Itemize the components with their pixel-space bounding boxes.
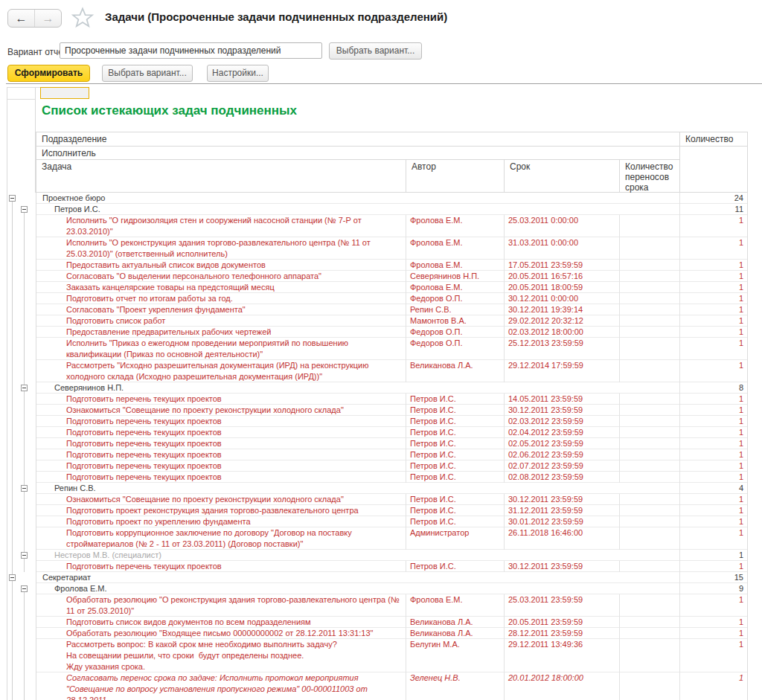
transfers-cell[interactable] — [619, 438, 679, 449]
author-cell[interactable]: Петров И.С. — [406, 449, 504, 460]
task-row[interactable]: Согласовать перенос срока по задаче: Исп… — [7, 672, 748, 700]
author-cell[interactable]: Петров И.С. — [406, 505, 504, 516]
collapse-expander-icon[interactable] — [9, 574, 16, 581]
task-row[interactable]: Подготовить перечень текущих проектов Пе… — [7, 460, 748, 472]
due-cell[interactable]: 20.05.2011 16:57:16 — [504, 271, 619, 282]
task-cell[interactable]: Ознакомиться "Совещание по проекту рекон… — [36, 405, 406, 416]
task-row[interactable]: Подготовить перечень текущих проектов Пе… — [7, 561, 748, 572]
task-cell[interactable]: Подготовить перечень текущих проектов — [36, 438, 406, 449]
due-cell[interactable]: 02.06.2012 23:59:59 — [504, 449, 619, 460]
due-cell[interactable]: 20.05.2011 23:59:59 — [504, 617, 619, 628]
due-cell[interactable]: 26.11.2018 16:46:00 — [504, 527, 619, 550]
task-row[interactable]: Подготовить список видов документов по в… — [7, 617, 748, 628]
task-cell[interactable]: Обработать резолюцию "Входящее письмо 00… — [36, 628, 406, 639]
author-cell[interactable]: Петров И.С. — [406, 516, 504, 527]
group-row[interactable]: Нестеров М.В. (специалист) 1 — [7, 550, 748, 561]
due-cell[interactable]: 20.05.2011 18:00:59 — [504, 282, 619, 293]
settings-button[interactable]: Настройки... — [207, 65, 269, 82]
author-cell[interactable]: Репин С.В. — [406, 304, 504, 315]
author-cell[interactable]: Петров И.С. — [406, 394, 504, 405]
transfers-cell[interactable] — [619, 327, 679, 338]
count-cell[interactable]: 1 — [679, 594, 748, 617]
transfers-cell[interactable] — [619, 405, 679, 416]
author-cell[interactable]: Фролова Е.М. — [406, 237, 504, 260]
count-cell[interactable]: 1 — [679, 315, 748, 327]
due-cell[interactable]: 31.03.2011 0:00:00 — [504, 237, 619, 260]
count-cell[interactable]: 1 — [679, 550, 748, 561]
transfers-cell[interactable] — [619, 237, 679, 260]
author-cell[interactable]: Петров И.С. — [406, 494, 504, 505]
transfers-cell[interactable] — [619, 628, 679, 639]
count-cell[interactable]: 1 — [679, 416, 748, 427]
due-cell[interactable]: 02.03.2012 23:59:59 — [504, 416, 619, 427]
task-cell[interactable]: Подготовить проект по укреплению фундаме… — [36, 516, 406, 527]
count-cell[interactable]: 1 — [679, 215, 748, 237]
task-row[interactable]: Ознакомиться "Совещание по проекту рекон… — [7, 494, 748, 505]
due-cell[interactable]: 02.05.2012 23:59:59 — [504, 438, 619, 449]
due-cell[interactable]: 29.02.2012 20:32:12 — [504, 315, 619, 327]
author-cell[interactable]: Фролова Е.М. — [406, 260, 504, 271]
collapse-expander-icon[interactable] — [21, 585, 28, 592]
count-cell[interactable]: 8 — [679, 382, 748, 394]
author-cell[interactable]: Петров И.С. — [406, 416, 504, 427]
count-cell[interactable]: 11 — [679, 204, 748, 215]
task-cell[interactable]: Согласовать "О выделении персонального т… — [36, 271, 406, 282]
task-cell[interactable]: Подготовить отчет по итогам работы за го… — [36, 293, 406, 304]
due-cell[interactable]: 14.05.2011 23:59:59 — [504, 394, 619, 405]
task-row[interactable]: Исполнить "О реконструкция здания торгов… — [7, 237, 748, 260]
count-cell[interactable]: 1 — [679, 494, 748, 505]
task-row[interactable]: Ознакомиться "Совещание по проекту рекон… — [7, 405, 748, 416]
count-cell[interactable]: 1 — [679, 338, 748, 360]
task-row[interactable]: Обработать резолюцию "О реконструкция зд… — [7, 594, 748, 617]
generate-button[interactable]: Сформировать — [7, 65, 90, 82]
count-cell[interactable]: 1 — [679, 516, 748, 527]
count-cell[interactable]: 1 — [679, 617, 748, 628]
task-cell[interactable]: Подготовить перечень текущих проектов — [36, 449, 406, 460]
author-cell[interactable]: Великанова Л.А. — [406, 617, 504, 628]
task-row[interactable]: Подготовить коррупционное заключение по … — [7, 527, 748, 550]
count-cell[interactable]: 1 — [679, 427, 748, 438]
collapse-expander-icon[interactable] — [9, 195, 16, 202]
due-cell[interactable]: 30.12.2011 23:59:59 — [504, 405, 619, 416]
transfers-cell[interactable] — [619, 460, 679, 472]
count-cell[interactable]: 1 — [679, 672, 748, 700]
count-cell[interactable]: 1 — [679, 449, 748, 460]
task-cell[interactable]: Нестеров М.В. (специалист) — [36, 550, 679, 561]
transfers-cell[interactable] — [619, 527, 679, 550]
due-cell[interactable]: 30.12.2011 23:59:59 — [504, 494, 619, 505]
task-cell[interactable]: Ознакомиться "Совещание по проекту рекон… — [36, 494, 406, 505]
due-cell[interactable]: 17.05.2011 23:59:59 — [504, 260, 619, 271]
task-row[interactable]: Подготовить отчет по итогам работы за го… — [7, 293, 748, 304]
task-cell[interactable]: Исполнить "О реконструкция здания торгов… — [36, 237, 406, 260]
task-cell[interactable]: Предоставить актуальный список видов док… — [36, 260, 406, 271]
author-cell[interactable]: Петров И.С. — [406, 460, 504, 472]
due-cell[interactable]: 29.12.2011 13:49:36 — [504, 639, 619, 672]
transfers-cell[interactable] — [619, 338, 679, 360]
due-cell[interactable]: 02.04.2012 23:59:59 — [504, 427, 619, 438]
back-button[interactable]: ← — [8, 10, 35, 27]
author-cell[interactable]: Петров И.С. — [406, 438, 504, 449]
transfers-cell[interactable] — [619, 416, 679, 427]
task-cell[interactable]: Рассмотреть "Исходно разрешительная доку… — [36, 360, 406, 382]
author-cell[interactable]: Администратор — [406, 527, 504, 550]
transfers-cell[interactable] — [619, 427, 679, 438]
task-cell[interactable]: Подготовить перечень текущих проектов — [36, 394, 406, 405]
task-cell[interactable]: Подготовить список видов документов по в… — [36, 617, 406, 628]
due-cell[interactable]: 30.12.2011 0:00:00 — [504, 293, 619, 304]
due-cell[interactable]: 30.12.2011 19:39:14 — [504, 304, 619, 315]
task-row[interactable]: Подготовить перечень текущих проектов Пе… — [7, 394, 748, 405]
task-cell[interactable]: Репин С.В. — [36, 483, 679, 494]
forward-button[interactable]: → — [35, 10, 61, 27]
task-cell[interactable]: Подготовить перечень текущих проектов — [36, 416, 406, 427]
count-cell[interactable]: 1 — [679, 282, 748, 293]
group-row[interactable]: Секретариат 15 — [7, 572, 748, 583]
transfers-cell[interactable] — [619, 215, 679, 237]
count-cell[interactable]: 1 — [679, 527, 748, 550]
task-cell[interactable]: Подготовить коррупционное заключение по … — [36, 527, 406, 550]
task-row[interactable]: Подготовить перечень текущих проектов Пе… — [7, 449, 748, 460]
due-cell[interactable]: 02.08.2012 23:59:59 — [504, 472, 619, 483]
task-row[interactable]: Предоставление предварительных рабочих ч… — [7, 327, 748, 338]
transfers-cell[interactable] — [619, 271, 679, 282]
transfers-cell[interactable] — [619, 639, 679, 672]
transfers-cell[interactable] — [619, 505, 679, 516]
